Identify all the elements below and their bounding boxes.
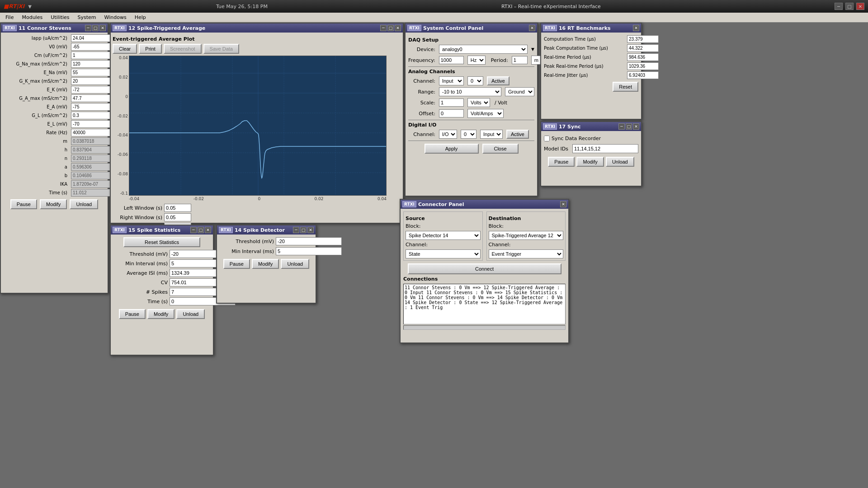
- menu-system[interactable]: System: [74, 14, 100, 21]
- digital-dir-select[interactable]: Input: [480, 130, 503, 139]
- win-max-sta[interactable]: □: [387, 25, 394, 31]
- channel-type-select[interactable]: Input: [439, 76, 464, 85]
- param-label: h: [4, 147, 69, 152]
- left-window-label: Left Window (s): [113, 205, 162, 211]
- window-rt-benchmarks: RTXI 16 RT Benchmarks ✕ Computation Time…: [540, 23, 642, 120]
- win-min-sync[interactable]: ─: [618, 123, 625, 130]
- menu-modules[interactable]: Modules: [18, 14, 46, 21]
- spike-stat-label: Threshold (mV): [113, 251, 168, 257]
- win-min-connor[interactable]: ─: [85, 25, 91, 31]
- model-ids-input[interactable]: [572, 144, 638, 153]
- reset-stats-btn[interactable]: Reset Statistics: [123, 237, 200, 247]
- print-btn-sta[interactable]: Print: [139, 44, 162, 54]
- param-label: m: [4, 139, 69, 144]
- period-input[interactable]: [512, 56, 528, 64]
- spike-det-input[interactable]: [276, 247, 342, 255]
- win-close-sstats[interactable]: ✕: [205, 227, 211, 233]
- scale-unit-select[interactable]: Volts: [467, 98, 490, 107]
- device-select[interactable]: analogy0: [439, 45, 528, 54]
- menu-file[interactable]: File: [2, 14, 17, 21]
- right-window-input[interactable]: [164, 213, 191, 221]
- win-close-sysctl[interactable]: ✕: [529, 25, 535, 31]
- analog-channels-label: Analog Channels: [408, 69, 534, 75]
- win-close-rtbench[interactable]: ✕: [633, 25, 639, 31]
- unload-btn-sync[interactable]: Unload: [606, 157, 634, 167]
- modify-btn-sync[interactable]: Modify: [576, 157, 604, 167]
- yaxis--0.08: -0.08: [113, 172, 128, 176]
- minimize-btn[interactable]: ─: [835, 3, 843, 10]
- save-data-btn-sta[interactable]: Save Data: [203, 44, 239, 54]
- bench-metrics: Computation Time (μs)Peak Computation Ti…: [544, 35, 638, 79]
- channel-num-select[interactable]: 0: [467, 76, 483, 85]
- active-btn-analog[interactable]: Active: [487, 76, 509, 85]
- sync-checkbox[interactable]: [544, 136, 550, 141]
- spike-stat-row: Time (s): [113, 297, 210, 305]
- win-close-connor[interactable]: ✕: [99, 25, 106, 31]
- spike-det-label: Threshold (mV): [220, 239, 274, 244]
- win-close-sta[interactable]: ✕: [395, 25, 401, 31]
- connections-scrollbar[interactable]: [403, 325, 566, 330]
- src-block-select[interactable]: Spike Detector 14: [406, 231, 481, 240]
- unload-btn-sdet[interactable]: Unload: [281, 259, 309, 269]
- reset-btn-rtbench[interactable]: Reset: [613, 82, 638, 92]
- close-btn-sysctl[interactable]: Close: [482, 144, 519, 154]
- clear-btn-sta[interactable]: Clear: [113, 44, 137, 54]
- win-max-sync[interactable]: □: [626, 123, 632, 130]
- menu-help[interactable]: Help: [131, 14, 150, 21]
- pause-btn-sstats[interactable]: Pause: [119, 309, 146, 319]
- pause-btn-sync[interactable]: Pause: [548, 157, 575, 167]
- connections-box[interactable]: 11 Connor Stevens : 0 Vm ==> 12 Spike-Tr…: [403, 284, 566, 324]
- menu-utilities[interactable]: Utilities: [47, 14, 73, 21]
- range-select[interactable]: -10 to 10: [439, 87, 501, 96]
- dst-channel-select[interactable]: Event Trigger: [489, 249, 564, 258]
- sync-checkbox-label: Sync Data Recorder: [552, 136, 601, 141]
- win-max-connor[interactable]: □: [92, 25, 99, 31]
- yaxis--0.02: -0.02: [113, 114, 128, 118]
- title-bar-controls[interactable]: ─ □ ✕: [835, 3, 864, 10]
- left-window-input[interactable]: [164, 204, 191, 212]
- unload-btn-connor[interactable]: Unload: [70, 199, 98, 209]
- src-channel-select[interactable]: State: [406, 249, 481, 258]
- win-close-sync[interactable]: ✕: [633, 123, 639, 130]
- menu-windows[interactable]: Windows: [101, 14, 130, 21]
- modify-btn-connor[interactable]: Modify: [40, 199, 67, 209]
- digital-type-select[interactable]: I/O: [439, 130, 457, 139]
- spike-det-label: Min Interval (ms): [220, 249, 274, 254]
- title-sstats: 15 Spike Statistics: [128, 227, 180, 233]
- range-unit-select[interactable]: Ground: [505, 87, 534, 96]
- win-min-sta[interactable]: ─: [380, 25, 387, 31]
- offset-unit-select[interactable]: Volt/Amps: [467, 109, 504, 118]
- bench-metric-label: Real-time Jitter (μs): [544, 73, 625, 78]
- pause-btn-connor[interactable]: Pause: [10, 199, 37, 209]
- win-close-sdet[interactable]: ✕: [307, 227, 314, 233]
- screenshot-btn-sta[interactable]: Screenshot: [164, 44, 202, 54]
- channel-label-digital: Channel:: [408, 131, 435, 137]
- offset-input[interactable]: [439, 109, 464, 117]
- dst-channel-label: Channel:: [489, 242, 516, 248]
- scale-input[interactable]: [439, 99, 464, 107]
- win-min-sdet[interactable]: ─: [293, 227, 299, 233]
- spike-stat-row: Average ISI (ms): [113, 269, 210, 277]
- maximize-btn[interactable]: □: [845, 3, 854, 10]
- active-btn-digital[interactable]: Active: [506, 130, 529, 139]
- close-btn[interactable]: ✕: [856, 3, 864, 10]
- apply-btn-sysctl[interactable]: Apply: [425, 144, 479, 154]
- digital-num-select[interactable]: 0: [461, 130, 476, 139]
- param-label: V0 (mV): [4, 44, 69, 49]
- spike-stat-row: Min Interval (ms): [113, 259, 210, 267]
- modify-btn-sstats[interactable]: Modify: [147, 309, 175, 319]
- freq-unit-select[interactable]: Hz: [467, 56, 486, 65]
- bench-metric-value: [627, 35, 659, 43]
- connect-btn[interactable]: Connect: [408, 263, 561, 274]
- win-min-sstats[interactable]: ─: [190, 227, 197, 233]
- win-max-sdet[interactable]: □: [300, 227, 307, 233]
- win-max-sstats[interactable]: □: [198, 227, 204, 233]
- spike-stat-label: Min Interval (ms): [113, 261, 168, 267]
- win-close-connector[interactable]: ✕: [560, 201, 566, 207]
- unload-btn-sstats[interactable]: Unload: [176, 309, 205, 319]
- dst-block-select[interactable]: Spike-Triggered Average 12: [489, 231, 564, 240]
- pause-btn-sdet[interactable]: Pause: [223, 259, 250, 269]
- spike-det-input[interactable]: [276, 237, 342, 245]
- modify-btn-sdet[interactable]: Modify: [252, 259, 279, 269]
- freq-input[interactable]: [439, 56, 464, 64]
